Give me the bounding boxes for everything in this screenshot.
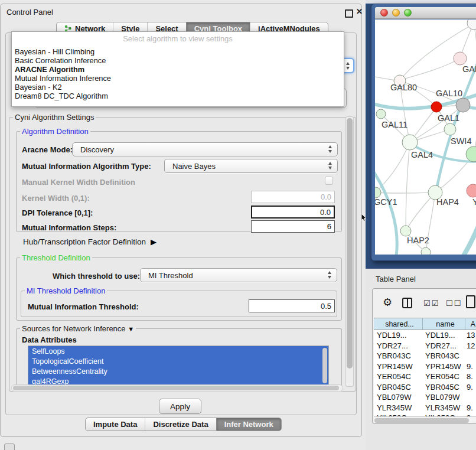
dropdown-item-bayesian-hill-climbing[interactable]: Bayesian - Hill Climbing: [15, 47, 94, 56]
dpi-tolerance-field[interactable]: 0.0: [251, 206, 335, 219]
dropdown-item-bayesian-k2[interactable]: Bayesian - K2: [15, 83, 62, 92]
table-row[interactable]: YBR045C YBR045C 9.: [374, 382, 476, 393]
settings-horizontal-scrollbar[interactable]: [11, 384, 343, 392]
mouse-cursor-icon: [361, 214, 367, 222]
dropdown-item-aracne[interactable]: ARACNE Algorithm: [15, 65, 84, 74]
table-row[interactable]: YER054C YER054C 8.: [374, 371, 476, 382]
attribute-item-betweennesscentrality[interactable]: BetweennessCentrality: [28, 366, 328, 376]
table-row[interactable]: YPR145W YPR145W 9.: [374, 361, 476, 372]
manual-kernel-width-checkbox[interactable]: [325, 177, 333, 185]
column-header-partial[interactable]: A: [465, 318, 476, 330]
select-all-checkboxes-icon[interactable]: ☑☑: [423, 299, 439, 308]
aracne-mode-value: Discovery: [80, 145, 114, 154]
table-header-row: shared... name A: [374, 318, 476, 330]
tab-discretize-data[interactable]: Discretize Data: [145, 418, 216, 431]
dropdown-placeholder: Select algorithm to view settings: [12, 34, 344, 43]
cell-value: 9.: [465, 361, 476, 372]
settings-vertical-scrollbar[interactable]: [345, 116, 354, 387]
node-green-right[interactable]: [466, 146, 476, 162]
gear-icon[interactable]: ⚙: [383, 296, 392, 308]
node-gal-pink[interactable]: [454, 52, 467, 65]
mi-threshold-definition-legend: MI Threshold Definition: [25, 286, 107, 295]
algorithm-dropdown-list: Select algorithm to view settings Bayesi…: [11, 31, 344, 107]
network-canvas[interactable]: GAL GAL80 GAL10 GAL1 GAL11 SWI4 GAL4 GCY…: [375, 19, 476, 255]
node-label-gal10: GAL10: [436, 89, 462, 98]
node-bottom-partial[interactable]: [421, 247, 431, 255]
node-gray[interactable]: [456, 98, 470, 112]
network-window-titlebar[interactable]: [375, 7, 476, 19]
node-gcy1[interactable]: [375, 187, 381, 198]
table-row[interactable]: YBL079W YBL079W: [374, 392, 476, 403]
attribute-item-selfloops[interactable]: SelfLoops: [28, 346, 328, 356]
kernel-width-label: Kernel Width (0,1):: [22, 194, 90, 203]
hub-transcription-factor-expander[interactable]: Hub/Transcription Factor Definition ▶: [23, 237, 157, 246]
combo-stepper-icon: [328, 162, 332, 169]
cell-value: 9.: [465, 403, 476, 413]
column-header-shared-name[interactable]: shared...: [374, 318, 422, 330]
node-label-hap4: HAP4: [436, 197, 459, 207]
apply-button[interactable]: Apply: [159, 399, 201, 414]
combo-stepper-icon: [328, 271, 331, 279]
node-label-gcy1: GCY1: [375, 197, 397, 207]
table-row[interactable]: YLR345W YLR345W 9.: [374, 403, 476, 413]
tab-infer-network[interactable]: Infer Network: [216, 418, 281, 431]
cell-value: [465, 392, 476, 403]
mi-threshold-field[interactable]: 0.5: [249, 299, 335, 312]
tab-discretize-data-label: Discretize Data: [153, 420, 208, 429]
node-red-selected[interactable]: [431, 102, 442, 112]
node-gal4[interactable]: [402, 135, 418, 150]
table-row[interactable]: YDL19... YDL19... 13: [374, 330, 476, 341]
tab-impute-data[interactable]: Impute Data: [86, 418, 145, 431]
mi-threshold-label: Mutual Information Threshold:: [28, 302, 139, 311]
attributes-list-scrollbar[interactable]: [322, 348, 327, 383]
mi-algorithm-type-value: Naive Bayes: [172, 162, 216, 171]
cell-value: 9.: [465, 382, 476, 393]
node-gal1[interactable]: [444, 123, 456, 135]
threshold-definition-legend: Threshold Definition: [20, 253, 92, 262]
dropdown-item-dream8[interactable]: Dream8 DC_TDC Algorithm: [15, 92, 108, 100]
table-row[interactable]: YDR27... YDR27... 12: [374, 341, 476, 351]
node-label-y-partial: Y: [472, 197, 476, 207]
columns-icon[interactable]: [402, 298, 412, 308]
algorithm-definition-legend: Algorithm Definition: [20, 127, 90, 136]
mi-algorithm-type-select[interactable]: Naive Bayes: [164, 159, 338, 173]
mi-steps-field[interactable]: 6: [251, 220, 335, 233]
table-panel-title: Table Panel: [376, 275, 416, 283]
cell-shared-name: YBL079W: [374, 392, 422, 403]
cell-name: YPR145W: [422, 361, 465, 372]
node-top-partial[interactable]: [467, 19, 476, 30]
table-row[interactable]: YBR043C YBR043C: [374, 351, 476, 361]
aracne-mode-select[interactable]: Discovery: [72, 142, 338, 156]
close-panel-icon[interactable]: ✕: [356, 7, 363, 16]
which-threshold-label: Which threshold to use:: [53, 272, 140, 281]
dropdown-item-mutual-information[interactable]: Mutual Information Inference: [15, 74, 111, 83]
node-gal11[interactable]: [376, 109, 386, 119]
attribute-item-topologicalcoefficient[interactable]: TopologicalCoefficient: [28, 356, 328, 366]
data-attributes-list: SelfLoops TopologicalCoefficient Between…: [28, 345, 329, 387]
minimize-window-icon[interactable]: [392, 9, 400, 17]
data-attributes-label: Data Attributes: [22, 335, 77, 344]
cell-name: YBL079W: [422, 392, 465, 403]
column-header-name[interactable]: name: [422, 318, 465, 330]
which-threshold-select[interactable]: MI Threshold: [140, 268, 337, 282]
deselect-all-checkboxes-icon[interactable]: ☐☐: [446, 299, 462, 308]
document-icon-partial[interactable]: [466, 295, 475, 308]
cell-name: YER054C: [422, 371, 465, 382]
node-hap2[interactable]: [400, 226, 411, 236]
table-horizontal-scrollbar[interactable]: [374, 416, 476, 423]
aracne-mode-label: Aracne Mode:: [22, 145, 73, 154]
bottom-left-partial-button[interactable]: [4, 444, 15, 450]
node-salmon[interactable]: [467, 184, 476, 197]
expand-right-icon: ▶: [151, 237, 157, 246]
float-panel-icon[interactable]: [345, 9, 353, 18]
cell-value: 13: [465, 330, 476, 341]
zoom-window-icon[interactable]: [404, 9, 412, 17]
tab-infer-network-label: Infer Network: [224, 420, 273, 429]
dropdown-item-basic-correlation[interactable]: Basic Correlation Inference: [15, 56, 106, 65]
collapse-down-icon[interactable]: ▼: [128, 325, 134, 332]
kernel-width-field[interactable]: 0.0: [251, 191, 335, 203]
close-window-icon[interactable]: [380, 9, 388, 17]
cell-shared-name: YBR043C: [374, 351, 422, 361]
cell-name: YBR043C: [422, 351, 465, 361]
cell-name: YDR27...: [422, 341, 465, 351]
